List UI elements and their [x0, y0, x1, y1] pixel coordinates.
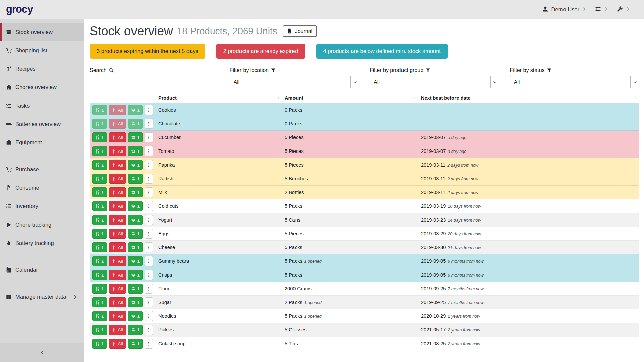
consume-all-button[interactable]: All — [109, 146, 126, 156]
sidebar-item-consume[interactable]: Consume — [0, 179, 84, 197]
sidebar-item-batteries-overview[interactable]: Batteries overview — [0, 115, 84, 133]
consume-all-button[interactable]: All — [109, 284, 126, 294]
sidebar-collapse-button[interactable] — [0, 343, 84, 362]
sidebar-item-calendar[interactable]: Calendar — [0, 261, 84, 279]
open-one-button[interactable]: 1 — [128, 325, 143, 335]
consume-all-button[interactable]: All — [109, 229, 126, 239]
row-context-menu-button[interactable] — [145, 201, 153, 211]
sidebar-item-battery-tracking[interactable]: Battery tracking — [0, 234, 84, 252]
row-context-menu-button[interactable] — [145, 132, 153, 142]
sidebar-item-equipment[interactable]: Equipment — [0, 133, 84, 152]
row-context-menu-button[interactable] — [145, 242, 153, 252]
alert-danger[interactable]: 2 products are already expired — [216, 44, 305, 59]
consume-one-button[interactable]: 1 — [92, 339, 107, 349]
open-one-button[interactable]: 1 — [128, 242, 143, 252]
consume-one-button[interactable]: 1 — [92, 201, 107, 211]
open-one-button[interactable]: 1 — [128, 105, 143, 115]
consume-one-button[interactable]: 1 — [92, 174, 107, 184]
sort-icon[interactable]: ↑↓ — [414, 96, 416, 100]
consume-one-button[interactable]: 1 — [92, 270, 107, 280]
consume-all-button[interactable]: All — [109, 174, 126, 184]
sidebar-item-recipes[interactable]: Recipes — [0, 60, 84, 78]
open-one-button[interactable]: 1 — [128, 284, 143, 294]
status-select[interactable]: All — [510, 76, 640, 88]
consume-all-button[interactable]: All — [109, 325, 126, 335]
row-context-menu-button[interactable] — [145, 270, 153, 280]
consume-all-button[interactable]: All — [109, 339, 126, 349]
consume-one-button[interactable]: 1 — [92, 119, 107, 129]
open-one-button[interactable]: 1 — [128, 229, 143, 239]
open-one-button[interactable]: 1 — [128, 256, 143, 266]
alert-info[interactable]: 4 products are below defined min. stock … — [316, 44, 448, 59]
journal-button[interactable]: Journal — [283, 25, 317, 37]
consume-all-button[interactable]: All — [109, 105, 126, 115]
open-one-button[interactable]: 1 — [128, 215, 143, 225]
consume-all-button[interactable]: All — [109, 201, 126, 211]
row-context-menu-button[interactable] — [145, 339, 153, 349]
consume-all-button[interactable]: All — [109, 160, 126, 170]
consume-all-button[interactable]: All — [109, 297, 126, 307]
open-one-button[interactable]: 1 — [128, 311, 143, 321]
consume-one-button[interactable]: 1 — [92, 242, 107, 252]
consume-all-button[interactable]: All — [109, 311, 126, 321]
sidebar-item-chores-overview[interactable]: Chores overview — [0, 78, 84, 97]
open-one-button[interactable]: 1 — [128, 146, 143, 156]
sidebar-item-shopping-list[interactable]: Shopping list — [0, 41, 84, 60]
consume-one-button[interactable]: 1 — [92, 311, 107, 321]
product-group-select[interactable]: All — [370, 76, 499, 88]
open-one-button[interactable]: 1 — [128, 339, 143, 349]
consume-one-button[interactable]: 1 — [92, 105, 107, 115]
search-input[interactable] — [90, 76, 219, 88]
row-context-menu-button[interactable] — [145, 215, 153, 225]
row-context-menu-button[interactable] — [145, 146, 153, 156]
consume-one-button[interactable]: 1 — [92, 284, 107, 294]
open-one-button[interactable]: 1 — [128, 297, 143, 307]
row-context-menu-button[interactable] — [145, 297, 153, 307]
alert-warning[interactable]: 3 products expiring within the next 5 da… — [90, 44, 205, 59]
open-one-button[interactable]: 1 — [128, 132, 143, 142]
sidebar-item-inventory[interactable]: Inventory — [0, 197, 84, 216]
consume-all-button[interactable]: All — [109, 187, 126, 197]
consume-one-button[interactable]: 1 — [92, 325, 107, 335]
open-one-button[interactable]: 1 — [128, 201, 143, 211]
row-context-menu-button[interactable] — [145, 105, 153, 115]
sidebar-item-purchase[interactable]: Purchase — [0, 160, 84, 179]
consume-one-button[interactable]: 1 — [92, 132, 107, 142]
sidebar-item-stock-overview[interactable]: Stock overview — [0, 23, 84, 41]
product-column-header[interactable]: Product↑↓ — [156, 93, 282, 103]
sidebar-item-tasks[interactable]: Tasks — [0, 97, 84, 115]
open-one-button[interactable]: 1 — [128, 160, 143, 170]
consume-one-button[interactable]: 1 — [92, 256, 107, 266]
consume-one-button[interactable]: 1 — [92, 229, 107, 239]
sidebar-item-manage-master-data[interactable]: Manage master data — [0, 288, 84, 306]
row-context-menu-button[interactable] — [145, 119, 153, 129]
consume-one-button[interactable]: 1 — [92, 187, 107, 197]
user-menu[interactable]: Demo User — [542, 6, 586, 13]
sort-icon[interactable]: ↑↓ — [635, 96, 637, 100]
next-best-before-date-column-header[interactable]: Next best before date↑↓ — [418, 93, 639, 103]
open-one-button[interactable]: 1 — [128, 187, 143, 197]
row-context-menu-button[interactable] — [145, 284, 153, 294]
settings-menu[interactable] — [595, 6, 608, 13]
row-context-menu-button[interactable] — [145, 187, 153, 197]
consume-all-button[interactable]: All — [109, 215, 126, 225]
row-context-menu-button[interactable] — [145, 160, 153, 170]
open-one-button[interactable]: 1 — [128, 119, 143, 129]
row-context-menu-button[interactable] — [145, 325, 153, 335]
consume-all-button[interactable]: All — [109, 270, 126, 280]
row-context-menu-button[interactable] — [145, 174, 153, 184]
consume-one-button[interactable]: 1 — [92, 146, 107, 156]
sort-icon[interactable]: ↑↓ — [277, 96, 280, 100]
consume-all-button[interactable]: All — [109, 119, 126, 129]
row-context-menu-button[interactable] — [145, 256, 153, 266]
row-context-menu-button[interactable] — [145, 229, 153, 239]
open-one-button[interactable]: 1 — [128, 270, 143, 280]
consume-all-button[interactable]: All — [109, 132, 126, 142]
open-one-button[interactable]: 1 — [128, 174, 143, 184]
consume-one-button[interactable]: 1 — [92, 160, 107, 170]
consume-one-button[interactable]: 1 — [92, 297, 107, 307]
location-select[interactable]: All — [230, 76, 360, 88]
consume-all-button[interactable]: All — [109, 256, 126, 266]
consume-one-button[interactable]: 1 — [92, 215, 107, 225]
sidebar-item-chore-tracking[interactable]: Chore tracking — [0, 216, 84, 234]
